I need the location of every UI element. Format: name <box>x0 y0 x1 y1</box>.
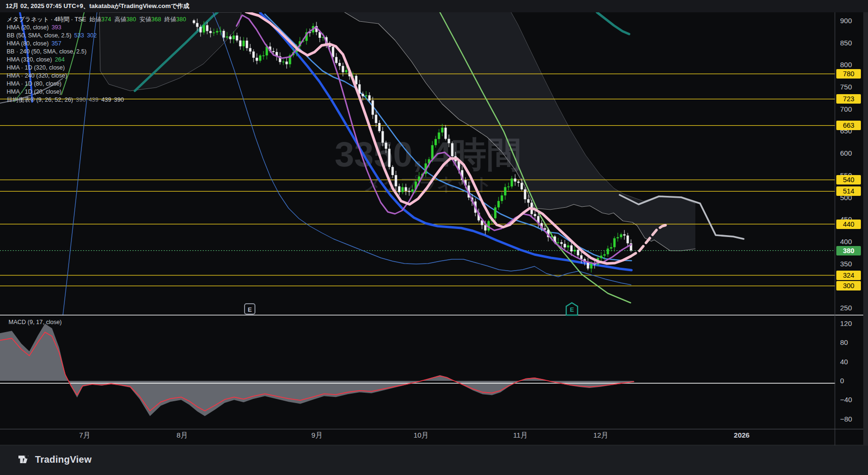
ohlc-value: 380 <box>176 16 186 23</box>
level-price-label-723[interactable]: 723 <box>836 94 861 104</box>
macd-tick-80: 80 <box>840 338 866 347</box>
created-text: 12月 02, 2025 07:45 UTC+9、takatabaがTradin… <box>6 2 189 9</box>
ohlc-label: 高値 <box>114 16 126 23</box>
tradingview-logo[interactable]: TradingView <box>18 453 92 466</box>
price-tick-250: 250 <box>840 304 866 312</box>
snapshot-header: 12月 02, 2025 07:45 UTC+9、takatabaがTradin… <box>0 0 868 12</box>
teal-hma-right <box>597 12 629 34</box>
earnings-house-icon: E <box>565 302 579 316</box>
legend-row-8[interactable]: HMA · 1D (20, close) <box>7 88 186 96</box>
legend-row-value: 302 <box>87 32 97 39</box>
macd-tick-120: 120 <box>840 319 866 328</box>
macd-tick--40: −40 <box>840 396 866 404</box>
legend-row-value: 264 <box>55 56 65 63</box>
time-tick-11月: 11月 <box>504 431 537 440</box>
macd-legend-row[interactable]: MACD (9, 17, close) <box>9 319 62 325</box>
tradingview-logo-icon <box>18 453 31 466</box>
level-price-label-324[interactable]: 324 <box>836 271 861 280</box>
indicator-legend[interactable]: メタプラネット · 4時間 · TSE始値374高値380安値368終値380H… <box>7 16 186 104</box>
macd-tick--80: −80 <box>840 415 866 423</box>
legend-row-value: 390 <box>114 97 124 103</box>
earnings-marker-upcoming[interactable]: E <box>565 302 579 318</box>
macd-tick-0: 0 <box>840 377 866 385</box>
time-tick-2026: 2026 <box>725 431 758 439</box>
level-price-label-514[interactable]: 514 <box>836 186 861 196</box>
legend-row-label: BB · 240 (50, SMA, close, 2.5) <box>7 48 87 55</box>
time-tick-7月: 7月 <box>68 431 101 440</box>
level-price-label-300[interactable]: 300 <box>836 281 861 290</box>
legend-row-label: HMA · 1D (80, close) <box>7 80 61 87</box>
legend-row-label: BB (50, SMA, close, 2.5) <box>7 32 71 39</box>
time-tick-10月: 10月 <box>404 431 438 440</box>
legend-symbol-row[interactable]: メタプラネット · 4時間 · TSE始値374高値380安値368終値380 <box>7 16 186 24</box>
legend-row-0[interactable]: HMA (20, close)393 <box>7 24 186 32</box>
legend-row-2[interactable]: HMA (80, close)357 <box>7 40 186 48</box>
legend-row-label: HMA · 1D (20, close) <box>7 88 61 95</box>
time-tick-12月: 12月 <box>584 431 617 440</box>
legend-row-label: HMA · 240 (320, close) <box>7 72 67 79</box>
time-tick-9月: 9月 <box>300 431 333 440</box>
ohlc-label: 終値 <box>165 16 176 23</box>
legend-row-5[interactable]: HMA · 1D (320, close) <box>7 64 186 72</box>
level-price-label-780[interactable]: 780 <box>836 69 861 79</box>
legend-row-4[interactable]: HMA (320, close)264 <box>7 56 186 64</box>
ohlc-value: 380 <box>126 16 136 23</box>
time-tick-8月: 8月 <box>166 431 199 440</box>
tradingview-logo-text: TradingView <box>35 454 92 465</box>
price-tick-800: 800 <box>840 61 866 69</box>
level-price-label-440[interactable]: 440 <box>836 220 861 229</box>
legend-row-9[interactable]: 目均衡表® (9, 26, 52, 26)390439439390 <box>7 96 186 104</box>
legend-row-value: 533 <box>74 32 84 39</box>
price-tick-700: 700 <box>840 105 866 114</box>
price-tick-850: 850 <box>840 39 866 47</box>
legend-row-label: HMA (20, close) <box>7 24 49 31</box>
ohlc-value: 374 <box>101 16 111 23</box>
ohlc-value: 368 <box>151 16 161 23</box>
legend-row-value: 390 <box>76 97 86 103</box>
tradingview-chart[interactable]: 12月 02, 2025 07:45 UTC+9、takatabaがTradin… <box>0 0 868 475</box>
price-tick-350: 350 <box>840 260 866 268</box>
price-tick-750: 750 <box>840 83 866 91</box>
legend-row-value: 439 <box>101 97 111 103</box>
price-tick-400: 400 <box>840 238 866 246</box>
current-price-label: 380 <box>836 246 861 255</box>
legend-row-6[interactable]: HMA · 240 (320, close) <box>7 72 186 80</box>
legend-row-label: HMA (80, close) <box>7 40 49 47</box>
level-price-label-663[interactable]: 663 <box>836 121 861 130</box>
level-price-label-540[interactable]: 540 <box>836 175 861 185</box>
macd-area <box>0 324 634 416</box>
legend-row-label: HMA (320, close) <box>7 56 52 63</box>
legend-row-value: 357 <box>52 40 61 47</box>
footer-bar <box>0 446 868 475</box>
legend-row-7[interactable]: HMA · 1D (80, close) <box>7 80 186 88</box>
price-tick-900: 900 <box>840 17 866 25</box>
legend-row-label: 目均衡表® (9, 26, 52, 26) <box>7 97 73 103</box>
legend-row-label: HMA · 1D (320, close) <box>7 64 65 71</box>
svg-text:E: E <box>570 306 574 313</box>
macd-tick-40: 40 <box>840 358 866 366</box>
price-tick-600: 600 <box>840 149 866 158</box>
symbol-title[interactable]: メタプラネット · 4時間 · TSE <box>7 16 86 23</box>
legend-row-1[interactable]: BB (50, SMA, close, 2.5)533302 <box>7 32 186 40</box>
ohlc-label: 安値 <box>140 16 151 23</box>
macd-signal-line <box>0 332 634 411</box>
legend-row-3[interactable]: BB · 240 (50, SMA, close, 2.5) <box>7 48 186 56</box>
earnings-marker-past[interactable]: E <box>244 303 255 315</box>
legend-row-value: 439 <box>88 97 98 103</box>
legend-row-value: 393 <box>52 24 61 31</box>
ohlc-label: 始値 <box>89 16 101 23</box>
